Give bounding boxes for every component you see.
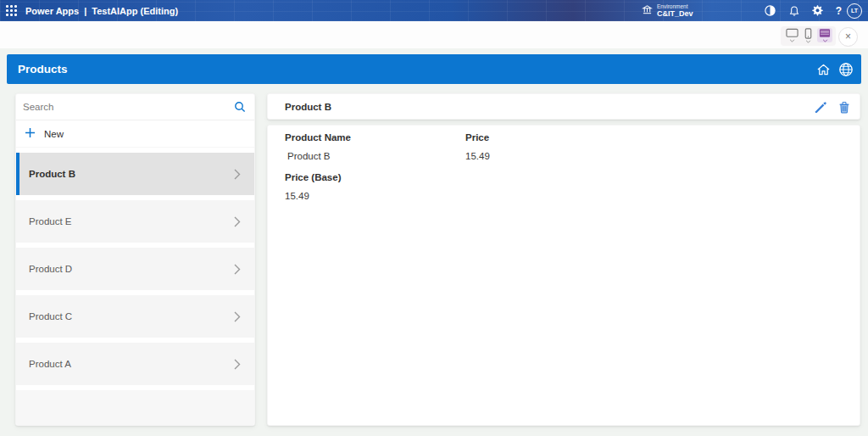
field-value-price: 15.49 <box>465 151 490 161</box>
field-label-product-name: Product Name <box>285 132 351 143</box>
list-item-label: Product E <box>29 216 72 226</box>
account-avatar[interactable]: LT <box>847 3 862 19</box>
list-item-label: Product C <box>29 311 72 321</box>
chevron-down-icon <box>822 39 828 42</box>
delete-trash-icon[interactable] <box>837 100 851 115</box>
settings-gear-icon[interactable] <box>810 3 826 19</box>
home-icon[interactable] <box>815 61 832 77</box>
list-item-empty <box>16 390 254 426</box>
environment-label: Environment <box>657 3 693 9</box>
chevron-right-icon <box>234 359 241 372</box>
title-separator: | <box>84 6 86 16</box>
page-title: Products <box>18 63 68 75</box>
field-label-price: Price <box>465 132 489 143</box>
window-title: Power Apps | TestAIApp (Editing) <box>25 0 178 21</box>
help-icon[interactable]: ? <box>831 3 847 19</box>
search-icon[interactable] <box>234 101 246 116</box>
list-item-label: Product A <box>29 359 71 369</box>
field-value-price-base: 15.49 <box>285 191 309 201</box>
close-preview-button[interactable]: × <box>838 27 858 47</box>
globe-icon[interactable] <box>837 61 854 77</box>
chevron-down-icon <box>789 39 795 42</box>
theme-toggle-icon[interactable] <box>762 3 778 19</box>
detail-header-card: Product B <box>267 93 860 120</box>
plus-icon <box>25 126 36 142</box>
detail-title: Product B <box>285 102 331 112</box>
list-item-product-d[interactable]: Product D <box>16 248 254 290</box>
chevron-right-icon <box>234 216 241 229</box>
list-item-label: Product D <box>29 264 72 274</box>
list-item-product-b[interactable]: Product B <box>16 153 254 195</box>
chevron-right-icon <box>234 169 241 182</box>
preview-toolbar: × <box>0 21 868 48</box>
list-item-label: Product B <box>29 169 75 179</box>
app-name: Power Apps <box>25 6 79 16</box>
office-top-bar: Power Apps | TestAIApp (Editing) Environ… <box>0 0 868 21</box>
detail-form-card: Product Name Product B Price 15.49 Price… <box>267 125 860 426</box>
list-item-product-c[interactable]: Product C <box>16 295 254 338</box>
list-item-product-a[interactable]: Product A <box>16 343 254 385</box>
search-row <box>16 94 254 120</box>
field-label-price-base: Price (Base) <box>285 172 341 182</box>
tablet-preview-button[interactable] <box>784 28 799 42</box>
list-item-product-e[interactable]: Product E <box>16 200 254 243</box>
building-icon <box>642 3 653 19</box>
chevron-down-icon <box>805 40 811 43</box>
web-preview-button-selected[interactable] <box>817 28 832 42</box>
field-value-product-name: Product B <box>287 151 331 161</box>
product-list-panel: New Product B Product E Product D Produc… <box>15 93 255 426</box>
environment-name: C&IT_Dev <box>657 9 693 18</box>
app-title-bar: Products <box>7 54 861 84</box>
phone-preview-button[interactable] <box>801 28 816 43</box>
chevron-right-icon <box>234 264 241 277</box>
chevron-right-icon <box>234 311 241 324</box>
avatar-initials: LT <box>851 8 858 14</box>
edit-pencil-icon[interactable] <box>813 100 827 115</box>
document-title: TestAIApp (Editing) <box>92 6 178 16</box>
device-size-selector <box>781 26 836 46</box>
environment-picker[interactable]: Environment C&IT_Dev <box>642 0 693 21</box>
app-launcher-waffle-icon[interactable] <box>6 5 17 16</box>
new-label: New <box>44 129 64 139</box>
notifications-bell-icon[interactable] <box>786 3 802 19</box>
search-input[interactable] <box>16 94 254 120</box>
new-record-button[interactable]: New <box>16 120 254 148</box>
close-icon: × <box>845 31 851 42</box>
